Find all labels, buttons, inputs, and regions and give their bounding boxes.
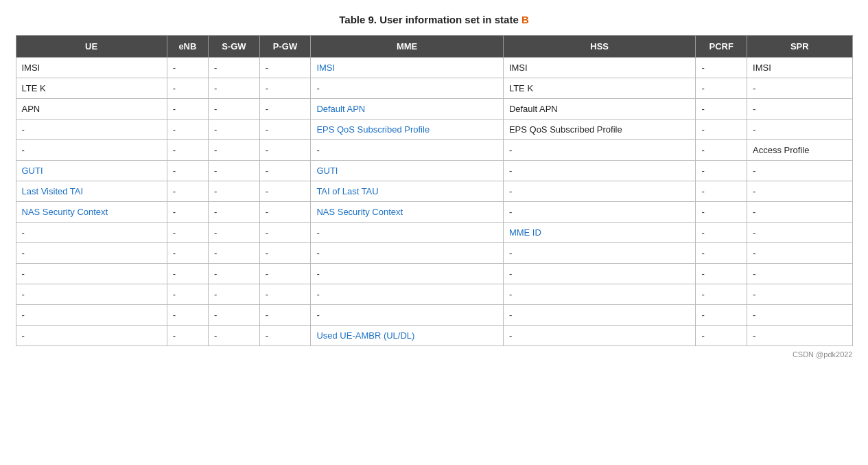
column-header-pcrf: PCRF bbox=[696, 36, 747, 58]
column-header-hss: HSS bbox=[503, 36, 696, 58]
cell-spr: - bbox=[747, 161, 852, 181]
cell-sgw: - bbox=[209, 284, 260, 305]
cell-ue: APN bbox=[16, 99, 167, 120]
table-row: -------Access Profile bbox=[16, 140, 852, 161]
column-header-mme: MME bbox=[311, 36, 504, 58]
cell-mme: GUTI bbox=[311, 161, 504, 181]
cell-pgw: - bbox=[259, 99, 311, 120]
cell-ue: - bbox=[16, 305, 167, 326]
cell-pcrf: - bbox=[696, 284, 747, 305]
cell-hss: LTE K bbox=[503, 78, 696, 99]
cell-mme: - bbox=[311, 305, 504, 326]
cell-sgw: - bbox=[209, 243, 260, 264]
cell-pcrf: - bbox=[696, 181, 747, 202]
title-highlight: B bbox=[521, 14, 529, 25]
cell-hss: EPS QoS Subscribed Profile bbox=[503, 120, 696, 140]
cell-mme: TAI of Last TAU bbox=[311, 181, 504, 202]
table-row: LTE K----LTE K-- bbox=[16, 78, 852, 99]
cell-sgw: - bbox=[209, 181, 260, 202]
cell-enb: - bbox=[167, 140, 208, 161]
cell-hss: - bbox=[503, 305, 696, 326]
table-row: ----Used UE-AMBR (UL/DL)--- bbox=[16, 326, 852, 346]
footer-note: CSDN @pdk2022 bbox=[16, 350, 853, 359]
cell-pgw: - bbox=[259, 202, 311, 223]
cell-hss: - bbox=[503, 161, 696, 181]
cell-pcrf: - bbox=[696, 305, 747, 326]
cell-spr: - bbox=[747, 99, 852, 120]
cell-ue: - bbox=[16, 326, 167, 346]
column-header-p-gw: P-GW bbox=[259, 36, 311, 58]
cell-enb: - bbox=[167, 223, 208, 243]
cell-spr: - bbox=[747, 120, 852, 140]
cell-sgw: - bbox=[209, 140, 260, 161]
cell-spr: - bbox=[747, 243, 852, 264]
cell-hss: - bbox=[503, 181, 696, 202]
cell-spr: - bbox=[747, 264, 852, 284]
cell-pcrf: - bbox=[696, 99, 747, 120]
cell-ue: - bbox=[16, 264, 167, 284]
cell-hss: - bbox=[503, 326, 696, 346]
cell-hss: - bbox=[503, 202, 696, 223]
title-text: Table 9. User information set in state bbox=[339, 14, 521, 25]
cell-enb: - bbox=[167, 284, 208, 305]
table-row: GUTI---GUTI--- bbox=[16, 161, 852, 181]
cell-spr: - bbox=[747, 326, 852, 346]
cell-pcrf: - bbox=[696, 202, 747, 223]
cell-hss: IMSI bbox=[503, 58, 696, 78]
cell-mme: - bbox=[311, 264, 504, 284]
cell-ue: NAS Security Context bbox=[16, 202, 167, 223]
cell-hss: - bbox=[503, 140, 696, 161]
cell-ue: - bbox=[16, 243, 167, 264]
cell-pcrf: - bbox=[696, 264, 747, 284]
cell-mme: NAS Security Context bbox=[311, 202, 504, 223]
cell-enb: - bbox=[167, 58, 208, 78]
table-row: IMSI---IMSIIMSI-IMSI bbox=[16, 58, 852, 78]
cell-sgw: - bbox=[209, 202, 260, 223]
cell-pgw: - bbox=[259, 326, 311, 346]
cell-mme: Default APN bbox=[311, 99, 504, 120]
cell-spr: - bbox=[747, 78, 852, 99]
cell-pgw: - bbox=[259, 58, 311, 78]
cell-mme: - bbox=[311, 140, 504, 161]
cell-hss: Default APN bbox=[503, 99, 696, 120]
table-row: -------- bbox=[16, 264, 852, 284]
cell-pcrf: - bbox=[696, 58, 747, 78]
table-row: ----EPS QoS Subscribed ProfileEPS QoS Su… bbox=[16, 120, 852, 140]
cell-enb: - bbox=[167, 202, 208, 223]
cell-pgw: - bbox=[259, 161, 311, 181]
cell-pgw: - bbox=[259, 243, 311, 264]
cell-spr: Access Profile bbox=[747, 140, 852, 161]
cell-sgw: - bbox=[209, 78, 260, 99]
table-title: Table 9. User information set in state B bbox=[16, 14, 853, 25]
cell-mme: - bbox=[311, 284, 504, 305]
cell-ue: Last Visited TAI bbox=[16, 181, 167, 202]
table-row: Last Visited TAI---TAI of Last TAU--- bbox=[16, 181, 852, 202]
cell-pgw: - bbox=[259, 120, 311, 140]
cell-pgw: - bbox=[259, 223, 311, 243]
cell-pgw: - bbox=[259, 264, 311, 284]
cell-pcrf: - bbox=[696, 326, 747, 346]
cell-mme: Used UE-AMBR (UL/DL) bbox=[311, 326, 504, 346]
cell-enb: - bbox=[167, 264, 208, 284]
cell-mme: - bbox=[311, 223, 504, 243]
cell-sgw: - bbox=[209, 326, 260, 346]
table-row: -------- bbox=[16, 243, 852, 264]
table-row: APN---Default APNDefault APN-- bbox=[16, 99, 852, 120]
cell-mme: - bbox=[311, 78, 504, 99]
table-row: -----MME ID-- bbox=[16, 223, 852, 243]
header-row: UEeNBS-GWP-GWMMEHSSPCRFSPR bbox=[16, 36, 852, 58]
page-wrapper: Table 9. User information set in state B… bbox=[16, 14, 853, 359]
cell-hss: - bbox=[503, 264, 696, 284]
cell-sgw: - bbox=[209, 223, 260, 243]
cell-ue: - bbox=[16, 284, 167, 305]
cell-pcrf: - bbox=[696, 140, 747, 161]
cell-pgw: - bbox=[259, 284, 311, 305]
cell-sgw: - bbox=[209, 264, 260, 284]
cell-ue: LTE K bbox=[16, 78, 167, 99]
cell-sgw: - bbox=[209, 305, 260, 326]
cell-sgw: - bbox=[209, 120, 260, 140]
cell-spr: IMSI bbox=[747, 58, 852, 78]
cell-sgw: - bbox=[209, 99, 260, 120]
cell-ue: IMSI bbox=[16, 58, 167, 78]
cell-enb: - bbox=[167, 326, 208, 346]
